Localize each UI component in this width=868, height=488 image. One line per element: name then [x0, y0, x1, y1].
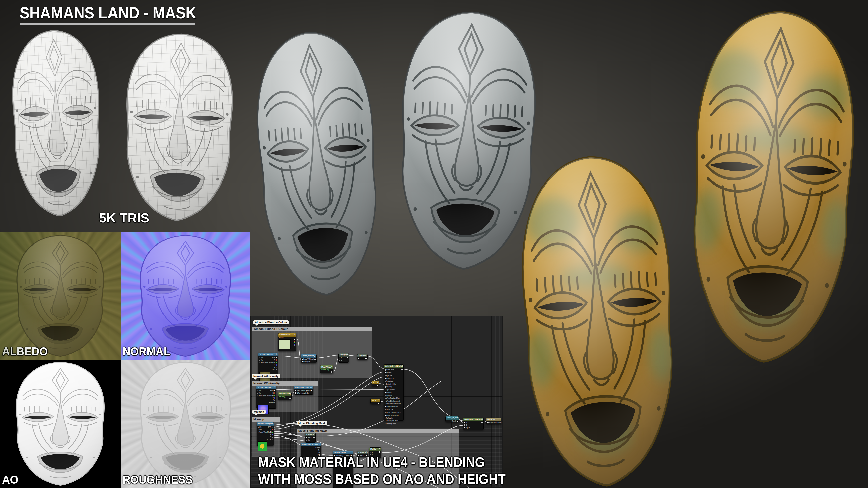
node-pin: A — [272, 366, 277, 368]
node-pin — [364, 358, 367, 359]
portfolio-sheet: SHAMANS LAND - MASK 5K TRIS ALBEDO NORMA… — [0, 0, 868, 488]
wireframe-mask-front — [0, 26, 113, 220]
node-pin: Base — [306, 436, 311, 439]
node-title: Mask_M — [487, 418, 501, 421]
node-pin: Tex — [259, 359, 272, 361]
node-pin: Specular — [384, 374, 400, 377]
node-pin: A — [269, 436, 273, 438]
node-pin: G — [270, 394, 275, 397]
graph-node-blendOverlay: Blend_OverlayBase(V3)Blend(V3)Result — [301, 354, 317, 363]
node-pin: SubsurfaceColor — [384, 405, 400, 408]
sculpt-mask-left — [238, 24, 397, 303]
node-pin: RGB — [270, 390, 275, 392]
graph-node-tsMix: Texture SampleUVsTexApply View MipBiasRG… — [257, 422, 274, 446]
node-title: Multiply — [339, 353, 349, 357]
caption-line-1: MASK MATERIAL IN UE4 - BLENDING — [258, 454, 485, 470]
node-title: MakeMaterialAttributes — [384, 365, 403, 368]
node-pin: EmissiveColor — [384, 383, 400, 385]
node-pin — [400, 368, 403, 370]
textured-mask-right — [668, 2, 868, 371]
node-pin: B — [272, 364, 277, 366]
node-pin: BaseColor — [384, 368, 400, 371]
node-pin: NRM Map(V3) — [295, 390, 307, 392]
node-title: BoundingBoxBased_0-1_UVW — [301, 443, 321, 446]
node-pin: Roughness — [384, 377, 400, 380]
node-pin: Result — [310, 358, 316, 360]
node-pin: Result — [452, 420, 458, 422]
node-pin: R — [315, 449, 320, 451]
graph-node-const000: 0,0,0 — [370, 399, 380, 404]
node-pin — [293, 339, 296, 340]
node-pin: A — [339, 357, 342, 359]
roughness-label: ROUGHNESS — [123, 473, 193, 487]
tooltip-normal-intensity: Normal W/Intensity — [252, 374, 280, 378]
ao-mask-render — [6, 361, 114, 487]
node-title: Texture Sample — [256, 386, 276, 389]
wireframe-mask-three-quarter — [112, 30, 246, 224]
node-pin: A — [270, 399, 275, 401]
node-title: Power(X, 4) — [305, 433, 315, 436]
graph-node-mossMAtt: Moss_M_AttResult — [445, 416, 459, 422]
node-pin — [293, 342, 296, 344]
node-title: BlendMaterialAttributes — [463, 418, 484, 421]
node-title: Saturate — [358, 354, 367, 357]
node-param: Param — [278, 337, 296, 339]
node-pin: RGB — [269, 426, 273, 428]
node-pin: RGB — [272, 357, 277, 359]
node-pin: Exp — [306, 439, 311, 441]
node-pin: Result — [307, 390, 312, 392]
node-pin: TessellationMultiplier — [384, 403, 400, 405]
node-pin — [330, 371, 332, 372]
graph-node-blendMatAttr: BlendMaterialAttributesABAlpha — [463, 418, 484, 430]
node-title: Blend_Overlay — [301, 354, 316, 358]
node-pin: ClearCoatRoughness — [384, 411, 400, 414]
node-pin: Metallic — [384, 371, 400, 374]
title-underline — [20, 23, 195, 25]
node-pin: OpacityMask — [384, 388, 400, 391]
node-pin: Tex — [258, 429, 269, 431]
node-pin: B — [464, 424, 470, 426]
node-pin: UVs — [259, 357, 272, 359]
node-pin: B — [269, 433, 273, 436]
node-pin: AmbientOcclusion — [384, 414, 400, 417]
node-pin — [345, 357, 348, 358]
node-pin — [288, 398, 290, 399]
node-title: 0,0,0 — [371, 399, 380, 402]
node-pin — [312, 436, 315, 438]
roughness-map-tile: ROUGHNESS — [121, 360, 250, 488]
node-title: Texture Sample — [257, 422, 274, 426]
node-pin: UVs — [257, 390, 270, 392]
caption-line-2: WITH MOSS BASED ON AO AND HEIGHT — [258, 471, 505, 487]
node-pin: Normal — [384, 391, 400, 394]
node-pin: Blend(V3) — [302, 361, 310, 363]
normal-label: NORMAL — [123, 345, 170, 358]
graph-node-maskValue: MaskValueParam (0) — [320, 365, 333, 373]
texture-thumbnail — [258, 441, 268, 451]
node-pin — [293, 340, 296, 342]
tris-count-label: 5K TRIS — [99, 210, 149, 225]
node-title: NRMIntensity — [278, 392, 291, 396]
graph-node-multiply1: MultiplyAB — [338, 353, 349, 363]
node-pin — [293, 345, 296, 346]
graph-node-mma: MakeMaterialAttributesBaseColorMetallicS… — [383, 364, 404, 421]
graph-node-blendColour: BlendColourParam — [278, 333, 297, 351]
node-pin: Tex — [257, 392, 270, 394]
node-pin: B — [270, 397, 275, 399]
node-title: MaskValue — [320, 365, 333, 369]
node-pin — [376, 385, 378, 386]
node-pin — [377, 403, 379, 404]
node-pin: Base(V3) — [302, 358, 310, 360]
node-pin: PixelDepthOffset — [384, 420, 400, 422]
node-pin: NRM Intensity(S) — [295, 392, 307, 394]
textured-mask-left — [500, 148, 697, 488]
node-pin: Apply View MipBias — [258, 431, 269, 433]
node-pin: G — [269, 431, 273, 433]
albedo-map-tile: ALBEDO — [0, 232, 121, 360]
node-pin: WorldDisplacement — [384, 400, 400, 402]
node-pin: Apply View MipBias — [257, 394, 270, 397]
graph-node-nrmIntensity: NRMIntensityParam (1) — [278, 392, 291, 400]
node-pin — [378, 451, 380, 453]
node-pin: ClearCoat — [384, 409, 400, 411]
node-pin: RGBA — [269, 438, 273, 441]
node-pin: R — [270, 392, 275, 394]
